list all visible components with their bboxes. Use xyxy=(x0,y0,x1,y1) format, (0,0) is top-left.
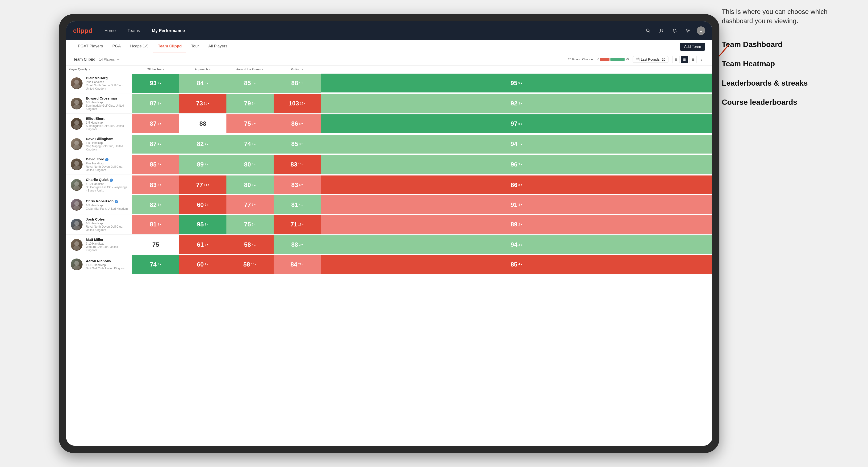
bell-icon[interactable] xyxy=(670,26,679,35)
metric-putting-8[interactable]: 943▲ xyxy=(321,235,712,255)
metric-off-tee-1[interactable]: 7311▼ xyxy=(179,93,226,114)
metric-off-tee-3[interactable]: 824▲ xyxy=(179,134,226,154)
metric-off-tee-2[interactable]: 88 xyxy=(179,114,226,134)
user-avatar[interactable]: U xyxy=(697,26,705,35)
player-cell-8[interactable]: Matt Miller6-10 HandicapWoburn Golf Club… xyxy=(66,235,132,255)
more-view-button[interactable]: ↕ xyxy=(698,56,705,63)
tab-pgat-players[interactable]: PGAT Players xyxy=(73,40,107,53)
table-view-button[interactable]: ⊟ xyxy=(681,56,688,63)
metric-off-tee-7[interactable]: 958▲ xyxy=(179,214,226,235)
player-cell-1[interactable]: Edward Crossman1-5 HandicapSunningdale G… xyxy=(66,93,132,114)
metric-player-quality-8[interactable]: 75 xyxy=(132,235,179,255)
metric-around-green-6[interactable]: 814▲ xyxy=(274,195,321,214)
metric-off-tee-4[interactable]: 897▲ xyxy=(179,154,226,175)
player-info: Charlie Quick✓6-10 HandicapSt. George's … xyxy=(86,178,129,192)
player-cell-6[interactable]: Chris Robertson✓1-5 HandicapCraigmillar … xyxy=(66,195,132,214)
player-cell-9[interactable]: Aaron Nicholls11-15 HandicapDrift Golf C… xyxy=(66,255,132,274)
metric-putting-3[interactable]: 941▲ xyxy=(321,134,712,154)
tab-pga[interactable]: PGA xyxy=(107,40,125,53)
metric-approach-6[interactable]: 773▼ xyxy=(226,195,274,214)
last-rounds-button[interactable]: Last Rounds: 20 xyxy=(632,56,669,63)
metric-player-quality-4[interactable]: 853▼ xyxy=(132,154,179,175)
arrow-up-icon: ▲ xyxy=(207,163,209,165)
metric-player-quality-5[interactable]: 833▼ xyxy=(132,175,179,195)
metric-off-tee-6[interactable]: 602▲ xyxy=(179,195,226,214)
annotation-items: Team Dashboard Team Heatmap Leaderboards… xyxy=(722,40,854,107)
metric-around-green-2[interactable]: 866▼ xyxy=(274,114,321,134)
metric-around-green-9[interactable]: 8421▲ xyxy=(274,255,321,274)
player-cell-2[interactable]: Elliot Ebert1-5 HandicapSunningdale Golf… xyxy=(66,114,132,134)
metric-putting-5[interactable]: 868▼ xyxy=(321,175,712,195)
metric-around-green-3[interactable]: 853▼ xyxy=(274,134,321,154)
metric-off-tee-0[interactable]: 846▲ xyxy=(179,73,226,93)
metric-change: 3▲ xyxy=(519,163,523,166)
metric-off-tee-9[interactable]: 601▼ xyxy=(179,255,226,274)
metric-player-quality-9[interactable]: 748▲ xyxy=(132,255,179,274)
grid-view-button[interactable]: ⊞ xyxy=(672,56,680,63)
settings-icon[interactable] xyxy=(684,26,692,35)
arrow-down-icon: ▼ xyxy=(520,263,522,266)
arrow-up-icon: ▲ xyxy=(301,204,303,206)
verified-icon: ✓ xyxy=(105,158,108,161)
metric-player-quality-0[interactable]: 939▲ xyxy=(132,73,179,93)
tab-hcaps[interactable]: Hcaps 1-5 xyxy=(125,40,153,53)
metric-around-green-4[interactable]: 8310▼ xyxy=(274,154,321,175)
add-team-button[interactable]: Add Team xyxy=(680,43,705,51)
metric-approach-4[interactable]: 803▲ xyxy=(226,154,274,175)
metric-putting-7[interactable]: 892▼ xyxy=(321,214,712,235)
person-icon[interactable] xyxy=(657,26,665,35)
metric-approach-5[interactable]: 801▲ xyxy=(226,175,274,195)
player-cell-4[interactable]: David Ford✓Plus HandicapRoyal North Devo… xyxy=(66,154,132,175)
metric-around-green-0[interactable]: 881▼ xyxy=(274,73,321,93)
metric-player-quality-2[interactable]: 873▼ xyxy=(132,114,179,134)
view-icons: ⊞ ⊟ ☰ ↕ xyxy=(672,56,705,63)
team-header: Team Clippd | 14 Players ✏ 20 Round Chan… xyxy=(66,53,712,66)
round-change-bar: -5 +5 xyxy=(597,58,629,61)
tab-tour[interactable]: Tour xyxy=(186,40,204,53)
metric-approach-9[interactable]: 5810▲ xyxy=(226,255,274,274)
metric-off-tee-5[interactable]: 7714▼ xyxy=(179,175,226,195)
list-view-button[interactable]: ☰ xyxy=(689,56,697,63)
metric-player-quality-7[interactable]: 813▼ xyxy=(132,214,179,235)
metric-approach-8[interactable]: 584▲ xyxy=(226,235,274,255)
metric-putting-0[interactable]: 959▲ xyxy=(321,73,712,93)
metric-around-green-7[interactable]: 7111▼ xyxy=(274,214,321,235)
metric-around-green-5[interactable]: 836▼ xyxy=(274,175,321,195)
metric-value: 83 xyxy=(290,161,297,168)
player-club: Royal North Devon Golf Club, United King… xyxy=(86,225,129,231)
svg-point-20 xyxy=(74,181,79,186)
metric-around-green-8[interactable]: 882▼ xyxy=(274,235,321,255)
metric-off-tee-8[interactable]: 613▼ xyxy=(179,235,226,255)
metric-approach-0[interactable]: 858▲ xyxy=(226,73,274,93)
metric-approach-2[interactable]: 753▼ xyxy=(226,114,274,134)
metric-approach-3[interactable]: 741▲ xyxy=(226,134,274,154)
nav-teams[interactable]: Teams xyxy=(125,27,143,35)
metric-around-green-1[interactable]: 10315▲ xyxy=(274,93,321,114)
metric-change: 2▲ xyxy=(252,223,256,226)
arrow-up-icon: ▲ xyxy=(254,184,256,186)
metric-player-quality-6[interactable]: 823▲ xyxy=(132,195,179,214)
nav-my-performance[interactable]: My Performance xyxy=(150,27,187,35)
metric-player-quality-1[interactable]: 871▲ xyxy=(132,93,179,114)
player-cell-0[interactable]: Blair McHargPlus HandicapRoyal North Dev… xyxy=(66,73,132,93)
metric-putting-4[interactable]: 963▲ xyxy=(321,154,712,175)
search-icon[interactable] xyxy=(644,26,652,35)
player-cell-7[interactable]: Josh Coles1-5 HandicapRoyal North Devon … xyxy=(66,214,132,235)
metric-approach-7[interactable]: 752▲ xyxy=(226,214,274,235)
metric-putting-9[interactable]: 854▼ xyxy=(321,255,712,274)
tab-all-players[interactable]: All Players xyxy=(204,40,232,53)
metric-putting-2[interactable]: 975▲ xyxy=(321,114,712,134)
metric-change: 8▼ xyxy=(519,183,523,187)
player-cell-3[interactable]: Dave Billingham1-5 HandicapGog Magog Gol… xyxy=(66,134,132,154)
nav-home[interactable]: Home xyxy=(102,27,118,35)
player-cell-5[interactable]: Charlie Quick✓6-10 HandicapSt. George's … xyxy=(66,175,132,195)
edit-team-icon[interactable]: ✏ xyxy=(117,58,120,61)
metric-putting-1[interactable]: 923▼ xyxy=(321,93,712,114)
metric-player-quality-3[interactable]: 874▲ xyxy=(132,134,179,154)
arrow-up-icon: ▲ xyxy=(520,143,522,145)
tab-team-clippd[interactable]: Team Clippd xyxy=(153,40,187,53)
player-info: Blair McHargPlus HandicapRoyal North Dev… xyxy=(86,76,129,90)
metric-putting-6[interactable]: 913▼ xyxy=(321,195,712,214)
player-club: Sunningdale Golf Club, United Kingdom xyxy=(86,104,129,111)
metric-approach-1[interactable]: 799▲ xyxy=(226,93,274,114)
